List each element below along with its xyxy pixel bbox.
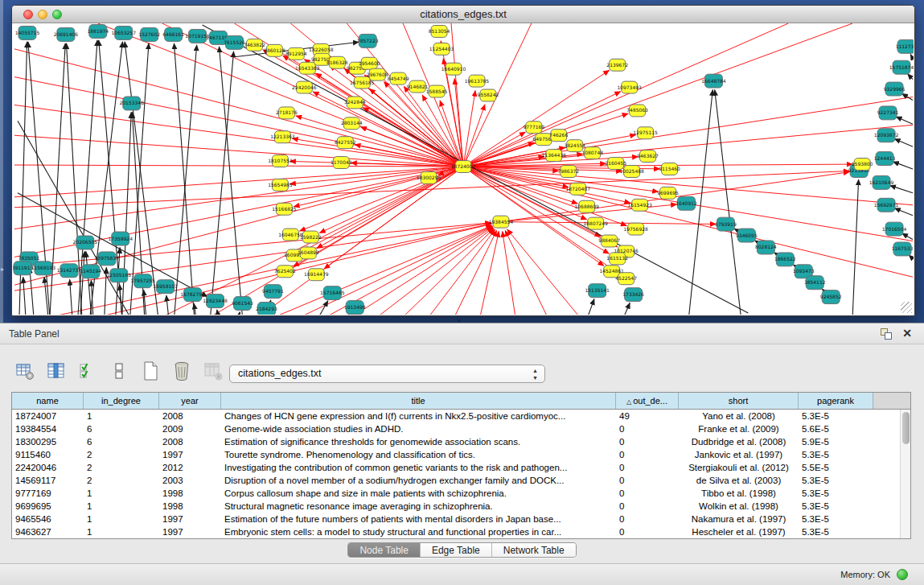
table-cell[interactable]: 5.3E-5 — [799, 513, 873, 525]
table-cell[interactable]: 0 — [616, 448, 679, 461]
row-selection-button[interactable] — [77, 360, 98, 381]
network-node[interactable]: 9463627 — [637, 150, 659, 163]
network-node[interactable]: 11254403 — [429, 43, 454, 55]
network-node[interactable]: 10653257 — [112, 26, 137, 39]
table-cell[interactable]: 2012 — [159, 461, 221, 474]
table-cell[interactable]: 1 — [84, 487, 159, 500]
tab-node-table[interactable]: Node Table — [348, 543, 420, 557]
table-cell[interactable]: de Silva et al. (2003) — [679, 474, 799, 487]
network-node[interactable]: 8912954 — [285, 47, 307, 60]
table-cell[interactable]: 0 — [616, 435, 679, 448]
table-cell[interactable]: Investigating the contribution of common… — [221, 461, 616, 474]
network-node[interactable]: 1593800 — [852, 159, 873, 171]
table-cell[interactable]: Changes of HCN gene expression and I(f) … — [221, 410, 616, 422]
table-cell[interactable]: 5.3E-5 — [799, 487, 873, 500]
network-node[interactable]: 7463822 — [244, 39, 265, 51]
network-node[interactable]: 4522547 — [615, 273, 637, 285]
network-node[interactable]: 7485063 — [626, 105, 648, 117]
table-cell[interactable]: Yano et al. (2008) — [679, 410, 799, 422]
table-cell[interactable]: Wolkin et al. (1998) — [679, 500, 799, 513]
network-node[interactable]: 1167533 — [892, 242, 914, 256]
network-node[interactable]: 2139672 — [606, 59, 628, 71]
table-cell[interactable]: 5.9E-5 — [799, 435, 873, 448]
table-cell[interactable]: 0 — [616, 500, 679, 513]
network-node[interactable]: 1588545 — [426, 85, 448, 97]
network-node[interactable]: 9227341 — [877, 106, 899, 120]
network-node[interactable]: 19613785 — [465, 75, 490, 87]
network-node[interactable]: 9146821 — [407, 80, 429, 93]
network-node[interactable]: 6466161 — [162, 27, 184, 41]
network-node[interactable]: 9346055 — [736, 229, 758, 242]
network-node[interactable]: 30975837 — [95, 252, 120, 266]
network-node[interactable]: 9777169 — [524, 122, 545, 134]
table-row[interactable]: 977716911998Corpus callosum shape and si… — [12, 487, 900, 500]
network-node[interactable]: 7986372 — [557, 166, 579, 178]
network-node[interactable]: 1954600 — [359, 57, 380, 69]
network-node[interactable]: 1640912 — [676, 196, 697, 210]
network-node[interactable]: 15135141 — [585, 284, 610, 298]
float-panel-icon[interactable] — [881, 328, 892, 340]
network-node[interactable]: 8186328 — [326, 56, 348, 68]
network-node[interactable]: 746266 — [549, 130, 568, 142]
table-cell[interactable]: Tibbo et al. (1998) — [679, 487, 799, 500]
table-cell[interactable]: Stergiakouli et al. (2012) — [679, 461, 799, 474]
column-header-pagerank[interactable]: pagerank — [799, 393, 873, 409]
table-row[interactable]: 969969511998Structural magnetic resonanc… — [12, 500, 900, 513]
network-node[interactable]: 16958107 — [153, 280, 178, 294]
network-node[interactable]: 9699695 — [657, 187, 679, 199]
network-node[interactable]: 8028124 — [755, 241, 777, 254]
network-node[interactable]: 12093872 — [874, 129, 899, 142]
network-node[interactable]: 7615526 — [224, 35, 245, 49]
column-header-year[interactable]: year — [159, 393, 221, 409]
table-cell[interactable]: Dudbridge et al. (2008) — [679, 435, 799, 448]
network-node[interactable]: 9329966 — [884, 82, 906, 96]
network-node[interactable]: 2803144 — [341, 117, 363, 130]
table-cell[interactable]: 6 — [84, 422, 159, 435]
network-node[interactable]: 1604893 — [298, 247, 319, 259]
network-node[interactable]: 1733426 — [622, 288, 644, 302]
network-node[interactable]: 8513054 — [429, 25, 450, 37]
network-node[interactable]: 8454749 — [388, 72, 409, 84]
scrollbar-thumb[interactable] — [902, 412, 910, 444]
table-cell[interactable]: Structural magnetic resonance image aver… — [221, 500, 616, 513]
network-node[interactable]: 19756928 — [623, 223, 648, 235]
table-cell[interactable]: 1997 — [159, 525, 221, 538]
table-cell[interactable]: 9115460 — [12, 448, 84, 461]
network-node[interactable]: 12823448 — [203, 295, 228, 308]
table-cell[interactable]: 6 — [84, 435, 159, 448]
table-row[interactable]: 1456911722003Disruption of a novel membe… — [12, 474, 900, 487]
network-node[interactable]: 16782759 — [180, 288, 205, 302]
table-row[interactable]: 2242004622012Investigating the contribut… — [12, 461, 900, 474]
network-node[interactable]: 9457791 — [262, 285, 284, 299]
network-node[interactable]: 3242844 — [344, 97, 366, 109]
table-cell[interactable]: 5.6E-5 — [799, 422, 873, 435]
network-node[interactable]: 1527602 — [138, 27, 160, 41]
network-node[interactable]: 1080748 — [581, 147, 603, 159]
window-titlebar[interactable]: citations_edges.txt — [12, 6, 914, 23]
table-cell[interactable]: 0 — [616, 461, 679, 474]
network-node[interactable]: 3911913 — [13, 262, 33, 275]
table-cell[interactable]: 2 — [84, 474, 159, 487]
table-cell[interactable]: Embryonic stem cells: a model to study s… — [221, 525, 616, 538]
network-node[interactable]: 3854112 — [804, 276, 826, 290]
network-node[interactable]: 7625402 — [274, 266, 296, 278]
network-node[interactable]: 17957255 — [130, 274, 155, 288]
network-node[interactable]: 20153346 — [120, 97, 145, 110]
memory-ok-indicator[interactable] — [897, 569, 908, 580]
table-cell[interactable]: Disruption of a novel member of a sodium… — [221, 474, 616, 487]
new-column-button[interactable] — [140, 360, 161, 381]
delete-column-button[interactable] — [171, 360, 192, 381]
network-node[interactable]: 6793919 — [715, 217, 737, 231]
panel-collapse-arrow[interactable]: ▸ — [1, 266, 4, 273]
table-cell[interactable]: 19384554 — [12, 422, 84, 435]
network-node[interactable]: 19384554 — [489, 216, 514, 228]
table-cell[interactable]: 5.3E-5 — [799, 474, 873, 487]
network-canvas[interactable]: 1405571520691406188197410653257152760264… — [13, 23, 914, 315]
network-node[interactable]: 1244413 — [874, 152, 896, 166]
network-node[interactable]: 15751874 — [889, 60, 914, 74]
table-cell[interactable]: 9463627 — [12, 525, 84, 538]
network-node[interactable]: 11568193 — [31, 262, 56, 275]
table-cell[interactable]: Genome-wide association studies in ADHD. — [221, 422, 616, 435]
network-node[interactable]: 1615132 — [606, 253, 628, 265]
table-cell[interactable]: 2009 — [159, 422, 221, 435]
